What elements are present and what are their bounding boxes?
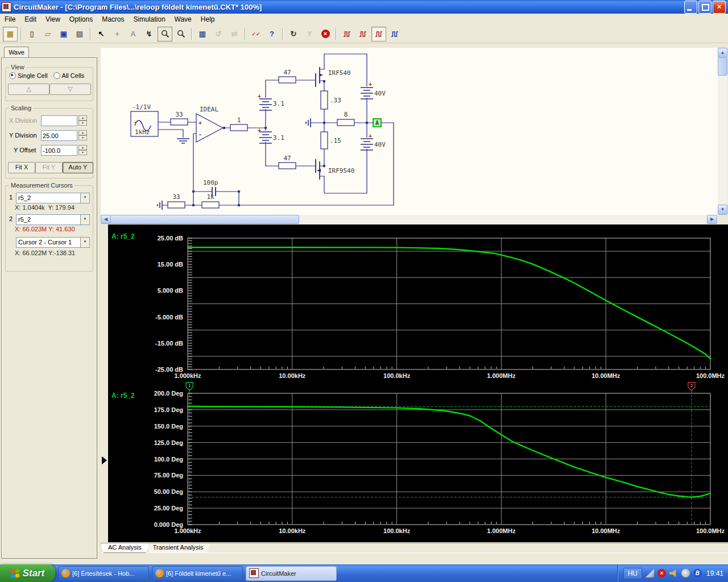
tab-ac-analysis[interactable]: AC Analysis: [101, 543, 149, 553]
y-offset-input[interactable]: [41, 145, 77, 156]
feedback-cap-label: 100p: [203, 179, 218, 186]
radio-single-cell[interactable]: Single Cell: [9, 72, 48, 79]
update-icon[interactable]: [681, 569, 690, 577]
schematic-vertical-scrollbar[interactable]: ▲ ▼: [718, 48, 727, 215]
tab-transient-analysis[interactable]: Transient Analysis: [146, 543, 211, 553]
y-axis-tick-label: 100.0 Deg: [154, 456, 183, 463]
auto-y-button[interactable]: Auto Y: [63, 162, 93, 173]
cell-down-button[interactable]: ▽: [49, 84, 91, 95]
taskbar-task[interactable]: [6] Értesítések - Hob...: [58, 566, 149, 581]
close-button[interactable]: ×: [713, 1, 726, 14]
mirror-button[interactable]: ⇄: [227, 27, 242, 41]
open-button[interactable]: ▱: [40, 27, 55, 41]
plus-mark: +: [369, 132, 372, 139]
firefox-icon: [155, 569, 164, 577]
cell-up-button[interactable]: △: [8, 84, 49, 95]
x-division-label: X Division: [9, 117, 37, 124]
y-division-input[interactable]: [41, 130, 77, 141]
scope-pulse-button[interactable]: [371, 27, 386, 41]
schematic-canvas[interactable]: -1/1V 1kHz 33 IDEAL 1 3.1 3.1 47 47 IRF5…: [101, 48, 718, 215]
save-button[interactable]: ▣: [56, 27, 71, 41]
cursor-diff-combo[interactable]: Cursor 2 - Cursor 1 ▼: [16, 237, 90, 248]
menu-edit[interactable]: Edit: [20, 14, 41, 24]
ac-magnitude-plot[interactable]: 25.00 dB15.00 dB5.000 dB-5.000 dB-15.00 …: [108, 225, 728, 381]
tablet-icon[interactable]: [646, 569, 654, 577]
reset-button[interactable]: ↻: [286, 27, 301, 41]
cursor-tool-button[interactable]: ↖: [94, 27, 109, 41]
horizontal-scroll-thumb: [110, 215, 299, 224]
menu-bar: FileEditViewOptionsMacrosSimulationWaveH…: [0, 14, 728, 26]
ac-phase-plot[interactable]: 200.0 Deg175.0 Deg150.0 Deg125.0 Deg100.…: [108, 381, 728, 542]
y-axis-tick-label: 50.00 Deg: [154, 488, 183, 495]
security-shield-icon[interactable]: ×: [657, 569, 666, 577]
restore-button[interactable]: [698, 1, 712, 14]
dropdown-arrow-icon[interactable]: ▼: [80, 215, 89, 225]
mosfet-bottom-label: IRF9540: [328, 167, 354, 174]
new-button[interactable]: ▯: [24, 27, 39, 41]
probe-a-marker[interactable]: A: [375, 120, 379, 126]
taskbar-clock: 19:41: [706, 569, 723, 577]
plus-mark: +: [258, 93, 261, 99]
scroll-down-icon: ▼: [718, 205, 727, 215]
print-button[interactable]: ▤: [72, 27, 87, 41]
scope-mixed-button[interactable]: [387, 27, 402, 41]
language-indicator[interactable]: HU: [623, 568, 642, 579]
scope-square-button[interactable]: [355, 27, 370, 41]
menu-file[interactable]: File: [0, 14, 20, 24]
y-offset-spinner[interactable]: ▲▼: [78, 145, 87, 155]
volume-icon[interactable]: [669, 569, 678, 577]
zoom-tool-button[interactable]: [158, 27, 172, 41]
task-label: [6] Értesítések - Hob...: [72, 570, 134, 577]
menu-macros[interactable]: Macros: [97, 14, 129, 24]
cursor1-readout: X: 1.0404k Y: 179.94: [15, 204, 75, 211]
x-division-input[interactable]: [41, 115, 77, 126]
sim-setup-button[interactable]: ✓✓: [249, 27, 263, 41]
zoom-in-button[interactable]: [173, 27, 188, 41]
tab-wave[interactable]: Wave: [4, 47, 29, 59]
dropdown-arrow-icon[interactable]: ▼: [80, 238, 89, 247]
x-axis-tick-label: 10.00MHz: [592, 527, 621, 534]
text-tool-button[interactable]: A: [126, 27, 140, 41]
radio-dot-icon: [9, 72, 16, 79]
menu-simulation[interactable]: Simulation: [129, 14, 170, 24]
dropdown-arrow-icon[interactable]: ▼: [80, 193, 89, 203]
start-button[interactable]: Start: [0, 564, 55, 582]
scaling-group-title: Scaling: [9, 105, 33, 111]
cursor2-signal-combo[interactable]: r5_2 ▼: [16, 214, 90, 225]
menu-options[interactable]: Options: [65, 14, 97, 24]
part-browser-button[interactable]: ▦: [3, 27, 18, 41]
cursor1-signal-combo[interactable]: r5_2 ▼: [16, 193, 90, 203]
menu-help[interactable]: Help: [196, 14, 220, 24]
taskbar-task[interactable]: CircuitMaker: [246, 566, 337, 581]
plus-mark: +: [258, 127, 261, 133]
task-label: CircuitMaker: [261, 570, 296, 577]
menu-view[interactable]: View: [41, 14, 65, 24]
menu-wave[interactable]: Wave: [170, 14, 196, 24]
stop-button[interactable]: ×: [318, 27, 333, 41]
waveform-panel: A: r5_2 25.00 dB15.00 dB5.000 dB-5.000 d…: [101, 225, 728, 543]
zoom-page-button[interactable]: ▥: [195, 27, 210, 41]
spinner-up-icon: ▲: [78, 145, 87, 150]
series-resistor-label: 1: [237, 117, 241, 124]
wire-tool-button[interactable]: +: [110, 27, 125, 41]
view-group: View Single Cell All Cells △ ▽: [5, 67, 93, 101]
bluetooth-icon[interactable]: B: [693, 569, 702, 577]
radio-all-cells[interactable]: All Cells: [53, 72, 85, 79]
probe-button[interactable]: Y: [302, 27, 317, 41]
help-button[interactable]: ?: [264, 27, 279, 41]
taskbar-task[interactable]: [6] Földelt kimenetű e...: [152, 566, 243, 581]
rotate-button[interactable]: ↺: [211, 27, 226, 41]
minimize-button[interactable]: [684, 1, 697, 14]
y-axis-tick-label: 25.00 dB: [158, 235, 183, 242]
fit-y-button[interactable]: Fit Y: [35, 162, 63, 173]
fit-x-button[interactable]: Fit X: [8, 162, 35, 173]
splitter-arrow-icon[interactable]: [102, 456, 107, 464]
schematic-horizontal-scrollbar[interactable]: ◀ ▶: [101, 215, 718, 224]
scope-step-button[interactable]: [340, 27, 354, 41]
x-division-spinner[interactable]: ▲▼: [78, 115, 87, 126]
y-division-spinner[interactable]: ▲▼: [78, 130, 87, 140]
y-offset-label: Y Offset: [14, 147, 36, 153]
delete-tool-button[interactable]: ↯: [142, 27, 156, 41]
y-axis-tick-label: 5.000 dB: [158, 287, 183, 294]
panel-splitter[interactable]: [101, 225, 108, 543]
